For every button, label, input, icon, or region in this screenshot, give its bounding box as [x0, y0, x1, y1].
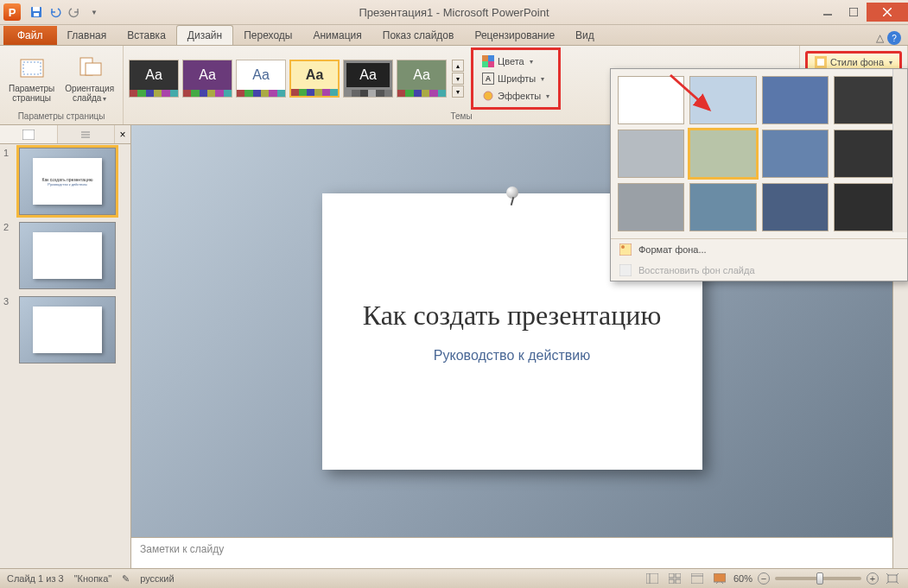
minimize-button[interactable]: [815, 3, 841, 22]
fonts-button[interactable]: AШрифты▾: [477, 71, 555, 86]
quick-access-toolbar: ▼: [28, 3, 102, 21]
panel-close-icon[interactable]: ×: [115, 125, 130, 143]
thumbnail-item: 1 Как создать презентациюРуководство к д…: [3, 148, 127, 215]
theme-options-group: Цвета▾ AШрифты▾ Эффекты▾: [471, 47, 561, 110]
zoom-slider[interactable]: [775, 577, 861, 580]
help-icon[interactable]: ?: [887, 31, 901, 45]
theme-1[interactable]: Aa: [129, 60, 179, 98]
bg-swatch-7[interactable]: [762, 130, 829, 178]
colors-button[interactable]: Цвета▾: [477, 54, 555, 69]
file-tab[interactable]: Файл: [3, 26, 57, 45]
slide-thumbnail-1[interactable]: Как создать презентациюРуководство к дей…: [19, 148, 116, 215]
normal-view-icon[interactable]: [644, 572, 661, 585]
svg-rect-28: [691, 573, 703, 584]
bg-swatch-2[interactable]: [689, 76, 756, 124]
zoom-value[interactable]: 60%: [733, 573, 752, 584]
ribbon-minimize-icon[interactable]: △: [876, 32, 884, 44]
thumbnail-item: 2: [3, 222, 127, 289]
tab-insert[interactable]: Вставка: [117, 26, 176, 45]
tab-view[interactable]: Вид: [565, 26, 605, 45]
theme-5[interactable]: Aa: [343, 60, 393, 98]
slides-tab[interactable]: [0, 125, 58, 143]
bg-swatch-12[interactable]: [834, 183, 900, 231]
save-icon[interactable]: [28, 3, 45, 21]
svg-rect-10: [86, 63, 101, 75]
thumb-number: 2: [3, 222, 14, 289]
tab-design[interactable]: Дизайн: [176, 25, 233, 45]
bg-swatch-6[interactable]: [689, 130, 756, 178]
bg-swatch-11[interactable]: [762, 183, 829, 231]
slideshow-view-icon[interactable]: [711, 572, 728, 585]
theme-gallery-more[interactable]: ▾: [452, 85, 464, 98]
svg-rect-26: [669, 579, 674, 584]
theme-name: "Кнопка": [74, 573, 112, 584]
reading-view-icon[interactable]: [689, 572, 706, 585]
zoom-slider-thumb[interactable]: [816, 572, 823, 585]
spellcheck-icon[interactable]: ✎: [122, 573, 130, 585]
slide-subtitle[interactable]: Руководство к действию: [434, 348, 590, 364]
format-background-item[interactable]: Формат фона...: [611, 239, 907, 260]
svg-rect-22: [646, 573, 658, 584]
fit-window-icon[interactable]: [884, 572, 901, 585]
outline-tab[interactable]: [58, 125, 116, 143]
slide-thumbnail-3[interactable]: [19, 296, 116, 364]
svg-rect-24: [669, 573, 674, 578]
svg-rect-33: [888, 575, 897, 582]
theme-2[interactable]: Aa: [182, 60, 232, 98]
pushpin-icon: [505, 187, 520, 202]
orientation-button[interactable]: Ориентация слайда▾: [61, 53, 117, 105]
notes-pane[interactable]: Заметки к слайду: [131, 537, 892, 568]
thumb-number: 1: [3, 148, 14, 215]
format-bg-icon: [619, 243, 632, 256]
close-button[interactable]: [867, 3, 908, 22]
bg-swatch-5[interactable]: [618, 130, 684, 178]
svg-rect-17: [817, 59, 824, 66]
page-setup-label: Параметры страницы: [9, 84, 54, 103]
qat-more-icon[interactable]: ▼: [85, 3, 102, 21]
tab-transitions[interactable]: Переходы: [233, 26, 302, 45]
theme-gallery-up[interactable]: ▴: [452, 60, 464, 72]
colors-icon: [482, 55, 494, 67]
zoom-in-button[interactable]: +: [867, 572, 879, 585]
svg-rect-13: [482, 61, 488, 67]
bg-swatch-10[interactable]: [689, 183, 756, 231]
svg-rect-2: [34, 13, 39, 16]
bg-swatch-3[interactable]: [762, 76, 829, 124]
language-status[interactable]: русский: [140, 573, 174, 584]
thumbnail-list: 1 Как создать презентациюРуководство к д…: [0, 144, 130, 568]
redo-icon[interactable]: [66, 3, 83, 21]
svg-rect-34: [619, 243, 632, 256]
fonts-icon: A: [482, 73, 494, 85]
theme-6[interactable]: Aa: [397, 60, 447, 98]
theme-4[interactable]: Aa: [289, 60, 340, 98]
page-setup-button[interactable]: Параметры страницы: [5, 53, 58, 104]
bg-swatch-9[interactable]: [618, 183, 684, 231]
bg-swatch-4[interactable]: [834, 76, 900, 124]
popup-scrollbar[interactable]: [892, 69, 907, 232]
bg-styles-icon: [815, 56, 827, 68]
slide-title[interactable]: Как создать презентацию: [363, 299, 662, 332]
tab-animation[interactable]: Анимация: [302, 26, 371, 45]
slide-thumbnail-2[interactable]: [19, 222, 116, 289]
maximize-button[interactable]: [841, 3, 867, 22]
slide-panel: × 1 Как создать презентациюРуководство к…: [0, 125, 131, 568]
svg-rect-11: [482, 55, 488, 61]
bg-swatch-1[interactable]: [618, 76, 684, 124]
bg-swatch-8[interactable]: [834, 130, 900, 178]
svg-point-15: [484, 92, 492, 100]
theme-gallery-down[interactable]: ▾: [452, 73, 464, 85]
sorter-view-icon[interactable]: [666, 572, 683, 585]
zoom-out-button[interactable]: −: [758, 572, 770, 585]
group-page-params: Параметры страницы Ориентация слайда▾ Па…: [0, 46, 124, 124]
tab-home[interactable]: Главная: [57, 26, 117, 45]
background-styles-popup: Формат фона... Восстановить фон слайда: [610, 68, 908, 281]
svg-rect-14: [488, 61, 494, 67]
tab-review[interactable]: Рецензирование: [464, 26, 565, 45]
svg-rect-1: [33, 7, 40, 11]
svg-rect-4: [849, 8, 858, 16]
svg-rect-36: [619, 264, 632, 276]
undo-icon[interactable]: [47, 3, 64, 21]
effects-button[interactable]: Эффекты▾: [477, 88, 555, 104]
theme-3[interactable]: Aa: [236, 60, 286, 98]
tab-slideshow[interactable]: Показ слайдов: [372, 26, 465, 45]
